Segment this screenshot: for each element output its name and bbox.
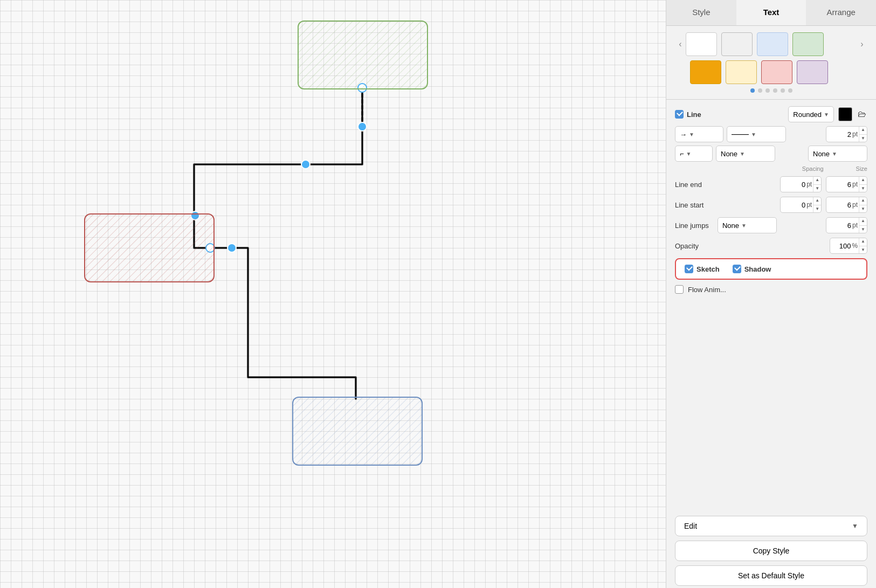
line-weight-input[interactable] [826,130,852,139]
swatch-light-blue[interactable] [757,32,788,56]
connector-type-value: ⌐ [680,150,684,158]
line-start-size-unit: pt [852,201,859,209]
copy-style-label: Copy Style [753,547,790,555]
line-jumps-value: None [722,222,739,230]
tab-text[interactable]: Text [736,0,806,25]
swatch-prev-arrow[interactable]: ‹ [675,32,686,56]
swatch-light-green[interactable] [792,32,824,56]
line-style-value: Rounded [793,110,822,119]
line-jumps-row: Line jumps None ▼ pt ▲ ▼ [666,215,876,236]
size-col-label: Size [856,165,867,172]
swatches-area: ‹ › [666,26,876,88]
swatch-next-arrow[interactable]: › [857,32,867,56]
start-marker-dropdown[interactable]: None ▼ [716,146,775,162]
line-weight-input-wrap: pt ▲ ▼ [826,126,867,142]
line-start-size-up[interactable]: ▲ [859,197,867,205]
svg-point-2 [301,160,310,169]
sketch-checkbox[interactable] [685,265,693,273]
line-jumps-dropdown[interactable]: None ▼ [718,217,777,233]
blue-box [292,397,423,466]
line-weight-steppers: ▲ ▼ [859,126,867,142]
dot-1[interactable] [750,88,755,93]
svg-rect-7 [299,22,428,89]
copy-style-button[interactable]: Copy Style [675,541,867,561]
line-jumps-size-down[interactable]: ▼ [859,226,867,234]
canvas[interactable] [0,0,666,588]
opacity-input[interactable] [830,242,852,250]
swatch-light-purple[interactable] [797,60,828,84]
line-checkbox[interactable] [675,110,684,119]
swatch-orange[interactable] [690,60,721,84]
tab-arrange[interactable]: Arrange [806,0,876,25]
line-start-spacing-up[interactable]: ▲ [813,197,821,205]
line-end-size-up[interactable]: ▲ [859,176,867,185]
dot-6[interactable] [788,88,792,93]
swatch-white[interactable] [686,32,717,56]
svg-rect-9 [85,215,215,282]
line-start-row: Line start pt ▲ ▼ pt ▲ ▼ [666,195,876,215]
line-end-spacing-down[interactable]: ▼ [813,185,821,193]
arrow-type-arrow: ▼ [689,132,694,137]
line-color-swatch[interactable] [838,107,852,121]
dot-4[interactable] [773,88,777,93]
opacity-down[interactable]: ▼ [859,246,867,254]
line-jumps-size-wrap: pt ▲ ▼ [826,217,867,233]
tab-style[interactable]: Style [666,0,736,25]
line-weight-down[interactable]: ▼ [859,135,867,143]
line-start-size-wrap: pt ▲ ▼ [826,197,867,213]
line-end-size-input[interactable] [826,181,852,189]
line-label: Line [687,110,701,119]
end-marker-dropdown[interactable]: None ▼ [808,146,867,162]
line-end-size-wrap: pt ▲ ▼ [826,176,867,192]
line-dash-dropdown[interactable]: —— ▼ [727,126,786,142]
swatch-page-dots [666,88,876,93]
line-start-size-input[interactable] [826,201,852,209]
sketch-shadow-row: Sketch Shadow [675,258,867,280]
svg-point-5 [227,244,236,252]
connector-type-row: ⌐ ▼ None ▼ None ▼ [666,144,876,163]
line-end-spacing-up[interactable]: ▲ [813,176,821,185]
swatch-light-pink[interactable] [761,60,792,84]
line-style-arrow: ▼ [824,112,829,117]
connector-type-dropdown[interactable]: ⌐ ▼ [675,146,713,162]
shadow-checkbox[interactable] [733,265,741,273]
line-end-size-unit: pt [852,181,859,188]
line-start-spacing-down[interactable]: ▼ [813,205,821,213]
sketch-label: Sketch [696,265,720,273]
flow-anim-checkbox[interactable] [675,285,684,294]
set-default-button[interactable]: Set as Default Style [675,565,867,586]
line-start-spacing-unit: pt [806,201,813,209]
swatch-light-yellow[interactable] [726,60,757,84]
line-start-size-steppers: ▲ ▼ [859,197,867,213]
line-weight-up[interactable]: ▲ [859,126,867,135]
start-marker-arrow: ▼ [740,151,745,157]
eyedropper-button[interactable]: 🗁 [857,108,867,120]
line-style-dropdown[interactable]: Rounded ▼ [788,106,834,122]
dot-5[interactable] [781,88,785,93]
opacity-up[interactable]: ▲ [859,238,867,246]
opacity-unit: % [852,242,859,250]
end-marker-arrow: ▼ [832,151,837,157]
swatch-light-gray[interactable] [721,32,753,56]
line-row: Line Rounded ▼ 🗁 [666,104,876,124]
sketch-wrapper: Sketch [685,265,720,273]
red-box [84,213,215,282]
line-end-row: Line end pt ▲ ▼ pt ▲ ▼ [666,174,876,195]
line-jumps-label: Line jumps [675,222,709,230]
line-jumps-size-up[interactable]: ▲ [859,217,867,226]
dot-3[interactable] [765,88,770,93]
line-end-spacing-input[interactable] [781,181,806,189]
dot-2[interactable] [758,88,762,93]
shadow-label: Shadow [744,265,771,273]
line-start-size-down[interactable]: ▼ [859,205,867,213]
line-end-spacing-steppers: ▲ ▼ [813,176,821,192]
line-end-size-down[interactable]: ▼ [859,185,867,193]
edit-arrow-icon: ▼ [852,522,858,530]
edit-button[interactable]: Edit ▼ [675,516,867,536]
line-end-label: Line end [675,181,702,189]
line-jumps-size-input[interactable] [826,222,852,230]
line-start-label: Line start [675,201,703,209]
arrow-type-dropdown[interactable]: → ▼ [675,126,723,142]
svg-rect-11 [293,398,423,466]
line-start-spacing-input[interactable] [781,201,806,209]
